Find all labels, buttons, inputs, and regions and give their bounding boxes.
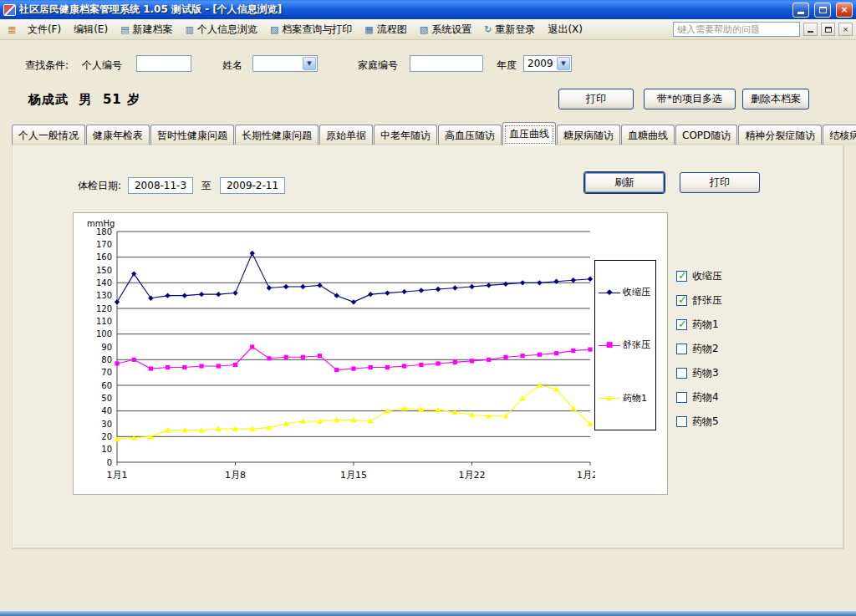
bp-line-chart: 0102030405060708090100110120130140150160… [79, 218, 595, 491]
svg-text:90: 90 [101, 343, 112, 352]
checkbox-drug3[interactable]: 药物3 [676, 366, 722, 380]
svg-text:110: 110 [96, 317, 112, 326]
menu-item-exit[interactable]: 退出(X) [542, 20, 588, 39]
panel-print-button[interactable]: 打印 [680, 172, 760, 193]
query-print-icon: ▨ [270, 24, 278, 35]
svg-text:50: 50 [101, 394, 112, 403]
checkbox-diastolic[interactable]: 舒张压 [676, 293, 722, 308]
svg-text:mmHg: mmHg [87, 219, 115, 228]
svg-text:20: 20 [101, 432, 112, 441]
svg-text:1月29: 1月29 [577, 470, 595, 481]
tab-temporary-health-issue[interactable]: 暂时性健康问题 [150, 125, 234, 145]
tab-hypertension-followup[interactable]: 高血压随访 [438, 125, 502, 145]
close-button[interactable]: × [836, 3, 853, 18]
person-info-icon: ▥ [186, 24, 194, 35]
mdi-restore-button[interactable] [821, 23, 835, 36]
chevron-down-icon[interactable]: ▼ [303, 57, 316, 70]
checkbox-box[interactable] [676, 319, 687, 330]
svg-text:1月8: 1月8 [225, 470, 246, 481]
person-age-suffix: 岁 [127, 92, 140, 107]
chevron-down-icon[interactable]: ▼ [557, 57, 570, 70]
menu-grip-icon: ≣ [3, 23, 21, 36]
svg-text:120: 120 [96, 304, 112, 313]
svg-text:10: 10 [101, 445, 112, 454]
date-to-label: 至 [201, 179, 211, 193]
help-search-input[interactable] [674, 23, 799, 36]
mdi-close-icon: × [843, 25, 849, 33]
menu-item-personal-info-browse[interactable]: ▥个人信息浏览 [180, 20, 263, 39]
chart-legend: ◆ 收缩压 ■ 舒张压 ▲ 药物1 [594, 260, 656, 430]
year-select[interactable]: 2009 ▼ [523, 55, 572, 72]
tab-tuberculosis-followup[interactable]: 结核病随访 [823, 125, 856, 145]
personal-id-input[interactable] [136, 55, 191, 72]
personal-id-label: 个人编号 [82, 59, 122, 73]
legend-item-drug1: ▲ 药物1 [599, 392, 652, 405]
menu-item-file[interactable]: 文件(F) [22, 20, 67, 39]
maximize-button[interactable] [814, 3, 831, 18]
family-id-label: 家庭编号 [358, 59, 398, 73]
svg-text:1月22: 1月22 [459, 470, 486, 481]
checkbox-drug4[interactable]: 药物4 [676, 390, 722, 405]
person-age: 51 [103, 92, 122, 107]
bp-chart-area: 0102030405060708090100110120130140150160… [73, 212, 668, 495]
series-toggle-panel: 收缩压 舒张压 药物1 药物2 药物3 药物4 药物5 [676, 269, 722, 429]
print-button[interactable]: 打印 [558, 89, 634, 109]
person-gender: 男 [79, 92, 92, 107]
tab-bp-curve[interactable]: 血压曲线 [502, 122, 556, 145]
multi-select-button[interactable]: 带*的项目多选 [644, 89, 736, 109]
search-criteria-row: 查找条件: 个人编号 姓名 ▼ 家庭编号 年度 2009 ▼ [0, 55, 856, 75]
tab-diabetes-followup[interactable]: 糖尿病随访 [557, 125, 620, 145]
svg-text:1月15: 1月15 [340, 470, 367, 481]
year-label: 年度 [497, 59, 517, 73]
tab-schizophrenia-followup[interactable]: 精神分裂症随访 [738, 125, 822, 145]
refresh-button[interactable]: 刷新 [584, 172, 665, 193]
minimize-button[interactable] [792, 3, 809, 18]
tab-original-receipts[interactable]: 原始单据 [319, 125, 373, 145]
menu-item-flowchart[interactable]: ▦流程图 [359, 20, 412, 39]
person-header-row: 杨成武 男 51 岁 打印 带*的项目多选 删除本档案 [0, 89, 856, 112]
tab-personal-general[interactable]: 个人一般情况 [12, 125, 85, 145]
new-record-icon: ▤ [120, 24, 129, 35]
name-select[interactable]: ▼ [252, 55, 318, 72]
titlebar: 社区居民健康档案管理系统 1.05 测试版 - [个人信息浏览] × [0, 0, 856, 19]
tab-strip: 个人一般情况 健康年检表 暂时性健康问题 长期性健康问题 原始单据 中老年随访 … [12, 122, 844, 145]
tab-annual-exam[interactable]: 健康年检表 [86, 125, 150, 145]
svg-text:40: 40 [101, 406, 112, 415]
menu-item-archive-query-print[interactable]: ▨档案查询与打印 [264, 20, 358, 39]
menu-item-relogin[interactable]: ↻重新登录 [478, 20, 541, 39]
application-window: { "window": { "title": "社区居民健康档案管理系统 1.0… [0, 0, 856, 616]
svg-text:100: 100 [96, 329, 112, 339]
mdi-close-button[interactable]: × [838, 23, 853, 36]
mdi-minimize-button[interactable] [803, 23, 818, 36]
date-to-input[interactable] [220, 177, 285, 194]
menu-item-new-record[interactable]: ▤新建档案 [115, 20, 178, 39]
tab-middle-aged-followup[interactable]: 中老年随访 [374, 125, 437, 145]
svg-text:130: 130 [96, 291, 112, 300]
checkbox-drug5[interactable]: 药物5 [676, 415, 722, 429]
checkbox-box[interactable] [676, 416, 687, 427]
checkbox-drug1[interactable]: 药物1 [676, 318, 722, 332]
menu-item-system-settings[interactable]: ▧系统设置 [414, 20, 477, 39]
checkbox-drug2[interactable]: 药物2 [676, 342, 722, 356]
checkbox-box[interactable] [676, 271, 687, 282]
checkbox-box[interactable] [676, 295, 687, 306]
menu-item-edit[interactable]: 编辑(E) [68, 20, 114, 39]
tab-copd-followup[interactable]: COPD随访 [675, 125, 737, 145]
svg-text:150: 150 [96, 266, 112, 275]
legend-item-systolic: ◆ 收缩压 [599, 286, 652, 298]
checkbox-box[interactable] [676, 392, 687, 403]
family-id-input[interactable] [410, 55, 483, 72]
tab-glucose-curve[interactable]: 血糖曲线 [621, 125, 675, 145]
diastolic-marker-icon: ■ [599, 341, 620, 349]
exam-date-label: 体检日期: [78, 179, 121, 193]
checkbox-systolic[interactable]: 收缩压 [676, 269, 722, 283]
checkbox-box[interactable] [676, 368, 687, 379]
flowchart-icon: ▦ [364, 24, 373, 35]
checkbox-box[interactable] [676, 344, 687, 354]
tab-longterm-health-issue[interactable]: 长期性健康问题 [235, 125, 318, 145]
svg-text:160: 160 [96, 252, 112, 262]
date-from-input[interactable] [128, 177, 193, 194]
drug1-marker-icon: ▲ [599, 394, 620, 402]
delete-record-button[interactable]: 删除本档案 [742, 89, 809, 109]
svg-text:80: 80 [101, 355, 112, 364]
